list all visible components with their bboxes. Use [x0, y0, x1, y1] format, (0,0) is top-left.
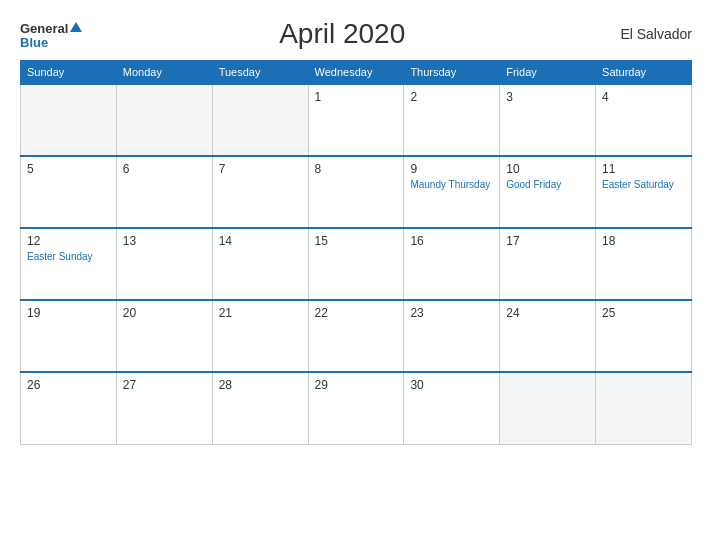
- col-tuesday: Tuesday: [212, 61, 308, 85]
- day-number: 10: [506, 162, 589, 176]
- week-row-5: 2627282930: [21, 372, 692, 444]
- col-sunday: Sunday: [21, 61, 117, 85]
- day-cell: 13: [116, 228, 212, 300]
- col-saturday: Saturday: [596, 61, 692, 85]
- calendar-body: 123456789Maundy Thursday10Good Friday11E…: [21, 84, 692, 444]
- day-number: 26: [27, 378, 110, 392]
- day-number: 8: [315, 162, 398, 176]
- day-cell: 27: [116, 372, 212, 444]
- day-number: 12: [27, 234, 110, 248]
- day-cell: 3: [500, 84, 596, 156]
- day-number: 25: [602, 306, 685, 320]
- day-number: 17: [506, 234, 589, 248]
- day-number: 19: [27, 306, 110, 320]
- day-cell: 1: [308, 84, 404, 156]
- day-cell: 18: [596, 228, 692, 300]
- day-number: 15: [315, 234, 398, 248]
- day-cell: 26: [21, 372, 117, 444]
- day-cell: 16: [404, 228, 500, 300]
- week-row-4: 19202122232425: [21, 300, 692, 372]
- day-cell: 7: [212, 156, 308, 228]
- logo: General Blue: [20, 20, 82, 49]
- day-cell: 5: [21, 156, 117, 228]
- day-cell: 10Good Friday: [500, 156, 596, 228]
- day-cell: 11Easter Saturday: [596, 156, 692, 228]
- day-cell: 14: [212, 228, 308, 300]
- day-cell: 6: [116, 156, 212, 228]
- week-row-3: 12Easter Sunday131415161718: [21, 228, 692, 300]
- day-cell: 15: [308, 228, 404, 300]
- day-event: Easter Sunday: [27, 251, 93, 262]
- day-number: 24: [506, 306, 589, 320]
- day-cell: 2: [404, 84, 500, 156]
- day-event: Good Friday: [506, 179, 561, 190]
- day-cell: 22: [308, 300, 404, 372]
- day-event: Easter Saturday: [602, 179, 674, 190]
- day-cell: 17: [500, 228, 596, 300]
- day-number: 1: [315, 90, 398, 104]
- day-number: 27: [123, 378, 206, 392]
- day-cell: 4: [596, 84, 692, 156]
- day-number: 5: [27, 162, 110, 176]
- day-number: 22: [315, 306, 398, 320]
- col-friday: Friday: [500, 61, 596, 85]
- day-cell: 29: [308, 372, 404, 444]
- day-cell: 28: [212, 372, 308, 444]
- day-cell: 30: [404, 372, 500, 444]
- day-number: 3: [506, 90, 589, 104]
- day-event: Maundy Thursday: [410, 179, 490, 190]
- day-cell: 23: [404, 300, 500, 372]
- day-cell: 19: [21, 300, 117, 372]
- day-number: 21: [219, 306, 302, 320]
- logo-general: General: [20, 21, 68, 36]
- day-number: 13: [123, 234, 206, 248]
- country-label: El Salvador: [602, 26, 692, 42]
- day-cell: 20: [116, 300, 212, 372]
- day-cell: [21, 84, 117, 156]
- week-row-2: 56789Maundy Thursday10Good Friday11Easte…: [21, 156, 692, 228]
- day-number: 23: [410, 306, 493, 320]
- day-cell: 25: [596, 300, 692, 372]
- day-number: 30: [410, 378, 493, 392]
- day-number: 2: [410, 90, 493, 104]
- calendar-table: Sunday Monday Tuesday Wednesday Thursday…: [20, 60, 692, 445]
- header: General Blue April 2020 El Salvador: [20, 18, 692, 50]
- day-number: 6: [123, 162, 206, 176]
- day-number: 11: [602, 162, 685, 176]
- day-number: 20: [123, 306, 206, 320]
- day-cell: 21: [212, 300, 308, 372]
- logo-blue: Blue: [20, 36, 82, 49]
- day-number: 16: [410, 234, 493, 248]
- day-number: 7: [219, 162, 302, 176]
- col-thursday: Thursday: [404, 61, 500, 85]
- logo-triangle-icon: [70, 22, 82, 32]
- day-cell: [212, 84, 308, 156]
- day-cell: [596, 372, 692, 444]
- days-header-row: Sunday Monday Tuesday Wednesday Thursday…: [21, 61, 692, 85]
- col-wednesday: Wednesday: [308, 61, 404, 85]
- month-title: April 2020: [82, 18, 602, 50]
- day-number: 4: [602, 90, 685, 104]
- calendar-header: Sunday Monday Tuesday Wednesday Thursday…: [21, 61, 692, 85]
- day-cell: 9Maundy Thursday: [404, 156, 500, 228]
- day-number: 18: [602, 234, 685, 248]
- calendar-page: General Blue April 2020 El Salvador Sund…: [0, 0, 712, 550]
- day-number: 29: [315, 378, 398, 392]
- day-cell: [116, 84, 212, 156]
- logo-text: General: [20, 20, 82, 36]
- day-number: 14: [219, 234, 302, 248]
- day-cell: 12Easter Sunday: [21, 228, 117, 300]
- day-cell: 24: [500, 300, 596, 372]
- day-cell: [500, 372, 596, 444]
- day-number: 9: [410, 162, 493, 176]
- day-cell: 8: [308, 156, 404, 228]
- week-row-1: 1234: [21, 84, 692, 156]
- col-monday: Monday: [116, 61, 212, 85]
- day-number: 28: [219, 378, 302, 392]
